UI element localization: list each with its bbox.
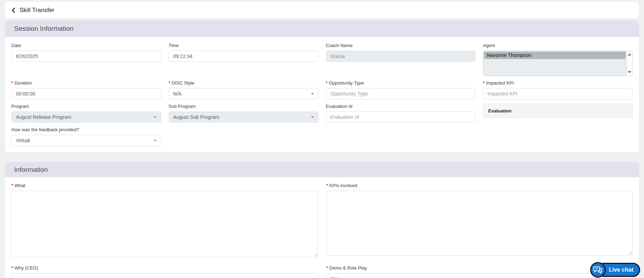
form-row-1: Date Time Coach Name Agent Navonne Thomp… bbox=[11, 43, 633, 76]
impacted-kpi-input[interactable] bbox=[483, 88, 633, 99]
why-ceo-textarea[interactable] bbox=[11, 273, 318, 278]
required-marker: * bbox=[326, 183, 328, 188]
session-information-body: Date Time Coach Name Agent Navonne Thomp… bbox=[5, 37, 639, 152]
agent-listbox[interactable]: Navonne Thompson bbox=[483, 51, 633, 76]
evaluation-panel-label: Evaluation bbox=[488, 108, 512, 114]
evaluation-id-input[interactable] bbox=[326, 111, 476, 123]
speech-bubbles-icon bbox=[593, 266, 603, 274]
required-marker: * bbox=[483, 80, 485, 86]
opportunity-type-label: *Opportunity Type bbox=[326, 80, 476, 86]
field-coach-name: Coach Name bbox=[326, 43, 476, 62]
field-agent: Agent Navonne Thompson bbox=[483, 43, 633, 76]
field-opportunity-type: *Opportunity Type bbox=[326, 80, 476, 99]
date-input[interactable] bbox=[11, 51, 161, 62]
info-row-1: *What *KPIs involved bbox=[11, 183, 633, 257]
info-row-2: *Why (CEO) *Demo & Role Play Yes bbox=[11, 265, 633, 278]
session-section-title: Session Information bbox=[14, 25, 74, 33]
session-information-card: Session Information Date Time Coach Name bbox=[5, 21, 639, 152]
what-label: *What bbox=[11, 183, 318, 188]
field-duration: *Duration bbox=[11, 80, 161, 99]
field-evaluation: Evaluation bbox=[483, 104, 633, 118]
sub-program-label: Sub Program bbox=[169, 104, 318, 109]
duration-label: *Duration bbox=[11, 80, 161, 86]
program-value: August Release Program bbox=[16, 114, 71, 120]
title-bar: Skill Transfer bbox=[5, 2, 639, 18]
impacted-kpi-label: *Impacted KPI bbox=[483, 80, 633, 86]
live-chat-widget[interactable]: Live chat bbox=[590, 262, 640, 278]
what-textarea[interactable] bbox=[11, 191, 318, 257]
field-disc-style: *DISC Style N/A bbox=[169, 80, 318, 99]
form-row-3: Program August Release Program Sub Progr… bbox=[11, 104, 633, 123]
disc-style-select[interactable]: N/A bbox=[169, 88, 318, 99]
required-marker: * bbox=[169, 80, 170, 86]
information-section-title: Information bbox=[14, 166, 48, 174]
form-row-4: How was the feedback provided? Virtual bbox=[11, 127, 633, 146]
scroll-down-button[interactable] bbox=[627, 69, 632, 75]
disc-style-label: *DISC Style bbox=[169, 80, 318, 86]
page: Skill Transfer Session Information Date … bbox=[0, 0, 644, 278]
chevron-down-icon bbox=[154, 116, 157, 118]
live-chat-label: Live chat bbox=[609, 267, 633, 273]
required-marker: * bbox=[326, 265, 328, 271]
coach-name-input bbox=[326, 51, 476, 62]
session-information-header: Session Information bbox=[5, 21, 639, 37]
duration-input[interactable] bbox=[11, 88, 161, 99]
back-button[interactable] bbox=[11, 7, 16, 13]
information-body: *What *KPIs involved *Why (CEO) bbox=[5, 177, 639, 278]
triangle-down-icon bbox=[628, 71, 631, 73]
demo-role-play-label: *Demo & Role Play bbox=[326, 265, 633, 271]
feedback-provided-value: Virtual bbox=[16, 138, 30, 143]
required-marker: * bbox=[11, 265, 13, 271]
required-marker: * bbox=[326, 80, 328, 86]
scroll-up-button[interactable] bbox=[627, 52, 632, 57]
field-demo-role-play: *Demo & Role Play Yes bbox=[326, 265, 633, 278]
field-impacted-kpi: *Impacted KPI bbox=[483, 80, 633, 99]
field-time: Time bbox=[169, 43, 318, 62]
kpis-involved-label: *KPIs involved bbox=[326, 183, 633, 188]
field-what: *What bbox=[11, 183, 318, 257]
field-date: Date bbox=[11, 43, 161, 62]
listbox-scrollbar[interactable] bbox=[626, 51, 632, 76]
field-sub-program: Sub Program August Sub Program bbox=[169, 104, 318, 123]
required-marker: * bbox=[11, 80, 13, 86]
field-kpis-involved: *KPIs involved bbox=[326, 183, 633, 256]
feedback-provided-select[interactable]: Virtual bbox=[11, 135, 161, 146]
required-marker: * bbox=[11, 183, 13, 188]
field-feedback-provided: How was the feedback provided? Virtual bbox=[11, 127, 161, 146]
time-input[interactable] bbox=[169, 51, 318, 62]
chevron-down-icon bbox=[311, 93, 314, 95]
field-evaluation-id: Evaluation Id bbox=[326, 104, 476, 123]
why-ceo-label: *Why (CEO) bbox=[11, 265, 318, 271]
agent-selected-option[interactable]: Navonne Thompson bbox=[484, 52, 626, 59]
evaluation-panel: Evaluation bbox=[483, 104, 633, 118]
live-chat-button[interactable] bbox=[590, 262, 606, 278]
evaluation-id-label: Evaluation Id bbox=[326, 104, 476, 109]
field-why-ceo: *Why (CEO) bbox=[11, 265, 318, 278]
field-program: Program August Release Program bbox=[11, 104, 161, 123]
opportunity-type-input[interactable] bbox=[326, 88, 476, 99]
program-label: Program bbox=[11, 104, 161, 109]
date-label: Date bbox=[11, 43, 161, 48]
form-row-2: *Duration *DISC Style N/A *Opportunity T… bbox=[11, 80, 633, 99]
page-title: Skill Transfer bbox=[19, 7, 54, 14]
information-header: Information bbox=[5, 162, 639, 177]
chevron-down-icon bbox=[311, 116, 314, 118]
information-card: Information *What *KPIs involved bbox=[5, 162, 639, 278]
sub-program-select: August Sub Program bbox=[169, 111, 318, 123]
coach-name-label: Coach Name bbox=[326, 43, 476, 48]
agent-label: Agent bbox=[483, 43, 633, 48]
disc-style-value: N/A bbox=[173, 91, 181, 97]
sub-program-value: August Sub Program bbox=[173, 114, 219, 120]
feedback-provided-label: How was the feedback provided? bbox=[11, 127, 161, 132]
time-label: Time bbox=[169, 43, 318, 48]
demo-role-play-value: Yes bbox=[331, 276, 339, 278]
kpis-involved-textarea[interactable] bbox=[326, 191, 633, 256]
demo-role-play-select[interactable]: Yes bbox=[326, 273, 633, 278]
program-select: August Release Program bbox=[11, 111, 161, 123]
chevron-left-icon bbox=[11, 7, 16, 13]
triangle-up-icon bbox=[628, 53, 631, 56]
chevron-down-icon bbox=[154, 140, 157, 141]
